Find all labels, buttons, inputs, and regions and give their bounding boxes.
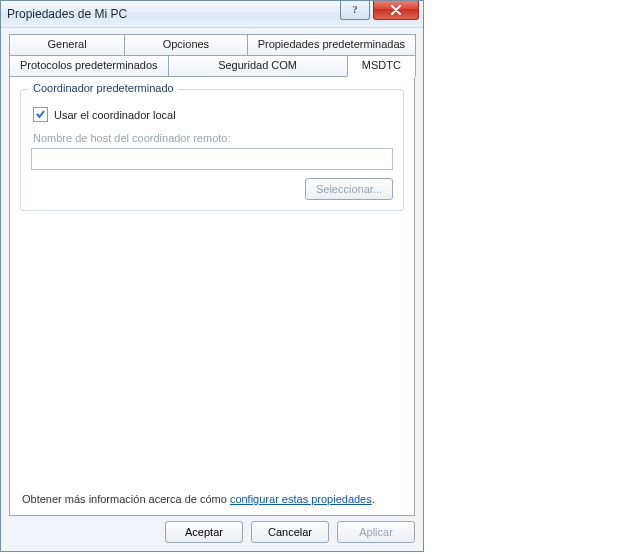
tab-msdtc[interactable]: MSDTC xyxy=(347,55,416,77)
dialog-footer: Aceptar Cancelar Aplicar xyxy=(165,521,415,543)
question-icon: ? xyxy=(352,3,358,15)
checkbox-icon xyxy=(33,107,48,122)
info-prefix: Obtener más información acerca de cómo xyxy=(22,493,230,505)
close-icon xyxy=(390,5,402,15)
default-coordinator-group: Coordinador predeterminado Usar el coord… xyxy=(20,89,404,211)
close-button[interactable] xyxy=(373,1,419,20)
tab-default-protocols[interactable]: Protocolos predeterminados xyxy=(9,55,169,77)
use-local-coordinator-checkbox[interactable]: Usar el coordinador local xyxy=(33,107,393,122)
remote-host-label: Nombre de host del coordinador remoto: xyxy=(33,132,393,144)
tab-panel-msdtc: Coordinador predeterminado Usar el coord… xyxy=(9,76,415,516)
ok-button[interactable]: Aceptar xyxy=(165,521,243,543)
tab-options[interactable]: Opciones xyxy=(124,34,247,56)
window-title: Propiedades de Mi PC xyxy=(7,7,127,21)
tab-general[interactable]: General xyxy=(9,34,125,56)
apply-button: Aplicar xyxy=(337,521,415,543)
use-local-coordinator-label: Usar el coordinador local xyxy=(54,109,176,121)
properties-dialog: Propiedades de Mi PC ? General Opciones … xyxy=(0,0,424,552)
tab-control: General Opciones Propiedades predetermin… xyxy=(9,34,415,543)
cancel-button[interactable]: Cancelar xyxy=(251,521,329,543)
configure-properties-link[interactable]: configurar estas propiedades xyxy=(230,493,372,505)
titlebar-buttons: ? xyxy=(340,1,419,20)
tab-com-security[interactable]: Seguridad COM xyxy=(168,55,348,77)
tab-strip: General Opciones Propiedades predetermin… xyxy=(9,34,415,76)
info-suffix: . xyxy=(372,493,375,505)
group-legend: Coordinador predeterminado xyxy=(29,82,178,94)
browse-button: Seleccionar... xyxy=(305,178,393,200)
remote-host-input xyxy=(31,148,393,170)
client-area: General Opciones Propiedades predetermin… xyxy=(1,27,423,551)
help-button[interactable]: ? xyxy=(340,1,370,20)
titlebar: Propiedades de Mi PC ? xyxy=(1,1,423,28)
info-line: Obtener más información acerca de cómo c… xyxy=(22,493,402,505)
tab-default-properties[interactable]: Propiedades predeterminadas xyxy=(247,34,416,56)
